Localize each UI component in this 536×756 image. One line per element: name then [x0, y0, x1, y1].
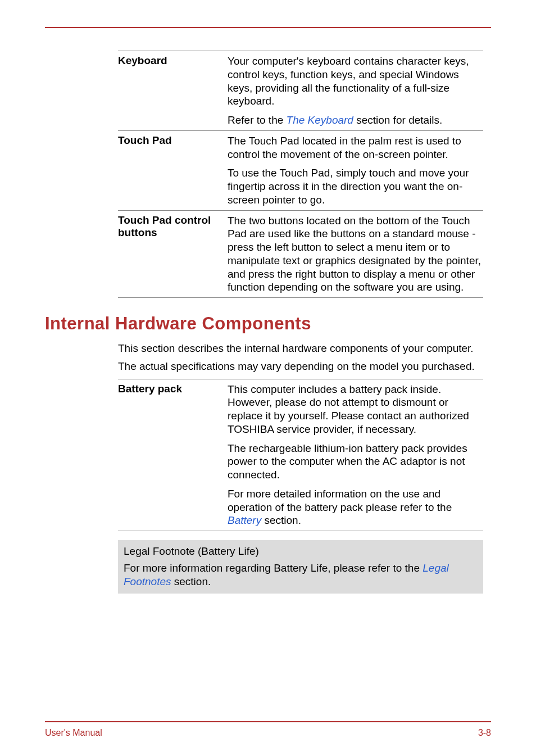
components-table-2: Battery pack This computer includes a ba…: [118, 379, 483, 532]
note-text: section.: [171, 576, 211, 587]
desc-text: The rechargeable lithium-ion battery pac…: [228, 442, 467, 481]
top-divider: [45, 27, 491, 28]
desc-text: section for details.: [353, 114, 442, 126]
intro-para-1: This section describes the internal hard…: [118, 342, 483, 355]
intro-para-2: The actual specifications may vary depen…: [118, 360, 483, 373]
desc-text: Refer to the: [228, 114, 287, 126]
footer-left: User's Manual: [45, 728, 102, 738]
row-label: Touch Pad control buttons: [118, 211, 228, 298]
row-desc: This computer includes a battery pack in…: [228, 379, 483, 531]
row-label: Battery pack: [118, 379, 228, 531]
note-title: Legal Footnote (Battery Life): [124, 545, 478, 558]
table-row: Keyboard Your computer's keyboard contai…: [118, 51, 483, 130]
row-desc: Your computer's keyboard contains charac…: [228, 51, 483, 130]
row-label: Keyboard: [118, 51, 228, 130]
desc-text: The Touch Pad located in the palm rest i…: [228, 135, 461, 160]
desc-text: For more detailed information on the use…: [228, 488, 452, 513]
bottom-divider: [45, 721, 491, 722]
table-row: Battery pack This computer includes a ba…: [118, 379, 483, 531]
table-row: Touch Pad control buttons The two button…: [118, 211, 483, 298]
link-battery[interactable]: Battery: [228, 514, 261, 526]
desc-text: section.: [261, 514, 301, 526]
section-heading: Internal Hardware Components: [45, 314, 491, 334]
note-text: For more information regarding Battery L…: [124, 562, 423, 574]
row-label: Touch Pad: [118, 131, 228, 210]
desc-text: The two buttons located on the bottom of…: [228, 215, 481, 293]
page-content: Keyboard Your computer's keyboard contai…: [45, 51, 491, 594]
row-desc: The Touch Pad located in the palm rest i…: [228, 131, 483, 210]
page-footer: User's Manual 3-8: [45, 728, 491, 738]
desc-text: Your computer's keyboard contains charac…: [228, 55, 469, 107]
desc-text: To use the Touch Pad, simply touch and m…: [228, 167, 469, 206]
legal-footnote-box: Legal Footnote (Battery Life) For more i…: [118, 540, 483, 594]
components-table-1: Keyboard Your computer's keyboard contai…: [118, 51, 483, 298]
footer-right: 3-8: [478, 728, 491, 738]
row-desc: The two buttons located on the bottom of…: [228, 211, 483, 298]
link-the-keyboard[interactable]: The Keyboard: [287, 114, 353, 126]
desc-text: This computer includes a battery pack in…: [228, 383, 469, 435]
table-row: Touch Pad The Touch Pad located in the p…: [118, 131, 483, 210]
